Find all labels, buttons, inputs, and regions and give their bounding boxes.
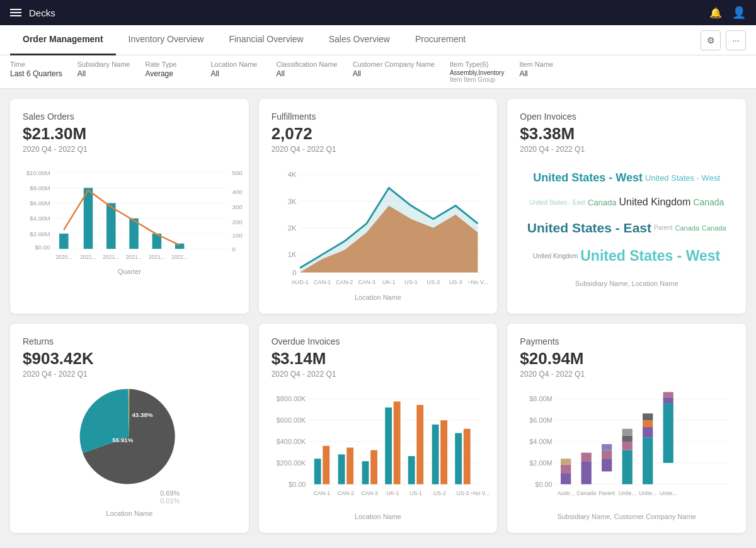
svg-text:CAN-2: CAN-2 — [336, 279, 353, 285]
svg-rect-110 — [643, 413, 653, 420]
svg-rect-19 — [84, 188, 93, 249]
fulfillments-title: Fulfillments — [272, 111, 485, 122]
svg-text:4K: 4K — [287, 171, 296, 178]
tab-procurement[interactable]: Procurement — [403, 25, 478, 55]
svg-rect-75 — [455, 433, 462, 484]
user-icon[interactable]: 👤 — [732, 6, 746, 20]
svg-text:CAN-1: CAN-1 — [313, 490, 330, 496]
wc-us-east-1: United States - East — [529, 199, 585, 206]
svg-rect-68 — [370, 450, 377, 484]
menu-icon[interactable] — [10, 9, 21, 16]
tab-order-management[interactable]: Order Management — [10, 25, 116, 55]
filter-item-name-value: All — [519, 69, 570, 78]
svg-text:0: 0 — [292, 269, 296, 277]
svg-text:Canada: Canada — [577, 490, 597, 496]
filter-time[interactable]: Time Last 6 Quarters — [10, 60, 62, 78]
svg-text:US-3: US-3 — [449, 279, 462, 285]
wc-uk-1: United Kingdom — [619, 197, 690, 208]
svg-text:$800.00K: $800.00K — [276, 395, 306, 402]
filter-location[interactable]: Location Name All — [210, 60, 261, 78]
svg-rect-95 — [561, 473, 571, 484]
filterbar: Time Last 6 Quarters Subsidiary Name All… — [0, 55, 756, 89]
svg-text:$4.00M: $4.00M — [530, 438, 553, 445]
topbar-icons: 🔔 👤 — [709, 6, 746, 20]
svg-rect-70 — [393, 401, 400, 484]
svg-text:$0.00: $0.00 — [35, 244, 50, 251]
filter-item-name-label: Item Name — [519, 60, 570, 68]
notification-icon[interactable]: 🔔 — [709, 7, 722, 19]
svg-text:US-2: US-2 — [433, 490, 446, 496]
card-sales-orders: Sales Orders $21.30M 2020 Q4 - 2022 Q1 $… — [10, 99, 249, 314]
svg-text:$10.00M: $10.00M — [26, 169, 50, 176]
more-options-button[interactable]: ··· — [726, 30, 746, 50]
wc-parent: Parent — [654, 224, 672, 231]
tab-financial-overview[interactable]: Financial Overview — [216, 25, 316, 55]
svg-text:~No V...: ~No V... — [467, 279, 488, 285]
tab-sales-overview[interactable]: Sales Overview — [316, 25, 403, 55]
payments-footer: Subsidiary Name, Customer Company Name — [520, 513, 733, 520]
pie-label-0.69: 0.69% — [160, 489, 180, 497]
svg-text:CAN-3: CAN-3 — [361, 490, 378, 496]
svg-text:1K: 1K — [287, 251, 296, 258]
tab-actions: ⚙ ··· — [701, 30, 746, 50]
wc-canada-1: Canada — [588, 198, 617, 207]
card-payments: Payments $20.94M 2020 Q4 - 2022 Q1 $8.00… — [507, 324, 746, 534]
payments-title: Payments — [520, 336, 733, 346]
svg-text:Unite...: Unite... — [619, 490, 636, 496]
filter-customer-label: Customer Company Name — [353, 60, 435, 68]
filter-subsidiary-label: Subsidiary Name — [77, 60, 130, 68]
filter-rate-type[interactable]: Rate Type Average — [145, 60, 195, 78]
filter-customer-value: All — [353, 69, 435, 78]
svg-rect-65 — [338, 454, 345, 484]
wc-canada-4: Canada — [702, 224, 726, 232]
svg-rect-103 — [622, 450, 633, 484]
filter-item-type[interactable]: Item Type(6) Assembly,Inventory Item Ite… — [450, 60, 505, 83]
overdue-invoices-range: 2020 Q4 - 2022 Q1 — [272, 370, 485, 379]
svg-rect-104 — [622, 442, 633, 450]
svg-text:Parent: Parent — [599, 490, 616, 496]
fulfillments-footer: Location Name — [272, 294, 485, 301]
filter-classification[interactable]: Classification Name All — [276, 60, 337, 78]
svg-text:$8.00M: $8.00M — [30, 185, 50, 191]
svg-text:$2.00M: $2.00M — [30, 231, 50, 237]
returns-title: Returns — [23, 336, 236, 346]
svg-rect-109 — [643, 420, 653, 427]
svg-rect-18 — [59, 234, 69, 249]
svg-rect-74 — [440, 420, 447, 484]
svg-text:CAN-2: CAN-2 — [337, 490, 354, 496]
svg-text:US-1: US-1 — [410, 490, 422, 496]
svg-text:100: 100 — [232, 232, 243, 239]
svg-text:3K: 3K — [287, 198, 296, 205]
wc-canada-3: Canada — [675, 224, 699, 232]
svg-rect-73 — [432, 425, 438, 484]
svg-rect-66 — [346, 447, 353, 484]
svg-rect-71 — [408, 456, 415, 484]
svg-rect-64 — [323, 445, 329, 484]
svg-rect-107 — [643, 437, 653, 484]
filter-time-label: Time — [10, 60, 62, 68]
svg-text:US-1: US-1 — [404, 279, 418, 285]
filter-item-type-sub: Item Item Group — [450, 76, 505, 83]
svg-rect-99 — [581, 452, 592, 461]
svg-text:2022...: 2022... — [171, 254, 188, 260]
wc-us-west-3: United States - West — [580, 248, 720, 265]
svg-rect-108 — [643, 427, 653, 437]
svg-rect-96 — [561, 464, 571, 473]
card-open-invoices: Open Invoices $3.38M 2020 Q4 - 2022 Q1 U… — [507, 99, 746, 314]
wc-uk-2: United Kingdom — [533, 253, 578, 260]
svg-rect-67 — [362, 461, 369, 484]
svg-rect-111 — [663, 403, 673, 463]
wc-us-east-2: United States - East — [527, 220, 651, 236]
filter-rate-value: Average — [145, 69, 195, 78]
svg-text:Unite...: Unite... — [660, 490, 677, 496]
svg-text:$600.00K: $600.00K — [276, 416, 306, 424]
svg-text:$0.00: $0.00 — [289, 480, 306, 488]
filter-subsidiary[interactable]: Subsidiary Name All — [77, 60, 130, 78]
tab-inventory-overview[interactable]: Inventory Overview — [116, 25, 217, 55]
fulfillments-value: 2,072 — [272, 124, 485, 144]
filter-item-name[interactable]: Item Name All — [519, 60, 570, 78]
svg-text:UK-1: UK-1 — [386, 490, 399, 496]
filter-customer[interactable]: Customer Company Name All — [353, 60, 435, 78]
svg-text:US-2: US-2 — [427, 279, 440, 285]
filter-button[interactable]: ⚙ — [701, 30, 721, 50]
